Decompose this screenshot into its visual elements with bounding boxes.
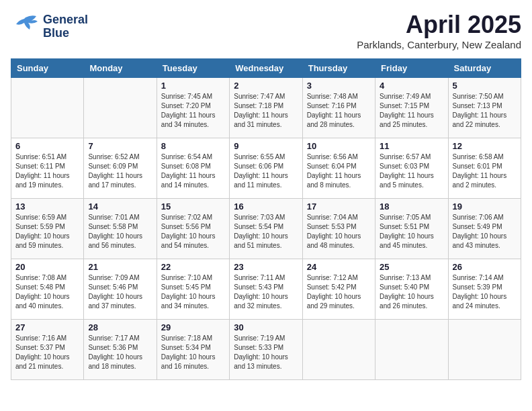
day-header-sunday: Sunday xyxy=(11,59,84,78)
day-info: Sunrise: 7:45 AM Sunset: 7:20 PM Dayligh… xyxy=(161,92,225,130)
day-info: Sunrise: 7:10 AM Sunset: 5:45 PM Dayligh… xyxy=(161,273,225,311)
calendar-week-row: 6Sunrise: 6:51 AM Sunset: 6:11 PM Daylig… xyxy=(11,138,521,199)
day-header-monday: Monday xyxy=(84,59,157,78)
day-info: Sunrise: 7:09 AM Sunset: 5:46 PM Dayligh… xyxy=(88,273,152,311)
calendar-week-row: 20Sunrise: 7:08 AM Sunset: 5:48 PM Dayli… xyxy=(11,259,521,320)
calendar-day-10: 10Sunrise: 6:56 AM Sunset: 6:04 PM Dayli… xyxy=(302,138,375,199)
location: Parklands, Canterbury, New Zealand xyxy=(357,39,521,50)
day-info: Sunrise: 7:12 AM Sunset: 5:42 PM Dayligh… xyxy=(307,273,371,311)
day-number: 21 xyxy=(88,262,152,272)
day-header-wednesday: Wednesday xyxy=(230,59,302,78)
day-info: Sunrise: 7:04 AM Sunset: 5:53 PM Dayligh… xyxy=(307,213,371,250)
day-info: Sunrise: 7:18 AM Sunset: 5:34 PM Dayligh… xyxy=(161,334,225,371)
calendar-day-20: 20Sunrise: 7:08 AM Sunset: 5:48 PM Dayli… xyxy=(11,259,84,320)
day-number: 14 xyxy=(88,201,152,212)
day-header-tuesday: Tuesday xyxy=(157,59,229,78)
day-number: 2 xyxy=(234,81,298,91)
title-block: April 2025 Parklands, Canterbury, New Ze… xyxy=(357,11,521,50)
calendar-day-2: 2Sunrise: 7:47 AM Sunset: 7:18 PM Daylig… xyxy=(230,78,302,138)
calendar-day-25: 25Sunrise: 7:13 AM Sunset: 5:40 PM Dayli… xyxy=(375,259,448,320)
calendar-day-8: 8Sunrise: 6:54 AM Sunset: 6:08 PM Daylig… xyxy=(157,138,229,199)
calendar-day-9: 9Sunrise: 6:55 AM Sunset: 6:06 PM Daylig… xyxy=(230,138,302,199)
day-number: 26 xyxy=(453,262,517,272)
day-info: Sunrise: 7:03 AM Sunset: 5:54 PM Dayligh… xyxy=(234,213,298,250)
calendar-day-empty xyxy=(84,78,157,138)
calendar-table: SundayMondayTuesdayWednesdayThursdayFrid… xyxy=(11,58,521,380)
day-number: 12 xyxy=(453,141,517,151)
calendar-header-row: SundayMondayTuesdayWednesdayThursdayFrid… xyxy=(11,59,521,78)
day-info: Sunrise: 7:16 AM Sunset: 5:37 PM Dayligh… xyxy=(15,334,79,371)
day-info: Sunrise: 7:50 AM Sunset: 7:13 PM Dayligh… xyxy=(453,92,517,130)
day-number: 28 xyxy=(88,322,152,332)
day-number: 18 xyxy=(380,201,443,212)
day-info: Sunrise: 6:52 AM Sunset: 6:09 PM Dayligh… xyxy=(88,152,152,190)
logo-icon xyxy=(11,11,40,40)
day-info: Sunrise: 7:49 AM Sunset: 7:15 PM Dayligh… xyxy=(380,92,443,130)
calendar-day-empty xyxy=(11,78,84,138)
day-info: Sunrise: 7:48 AM Sunset: 7:16 PM Dayligh… xyxy=(307,92,371,130)
page-header: General Blue April 2025 Parklands, Cante… xyxy=(11,11,521,50)
day-number: 4 xyxy=(380,81,443,91)
day-info: Sunrise: 7:05 AM Sunset: 5:51 PM Dayligh… xyxy=(380,213,443,250)
day-info: Sunrise: 7:01 AM Sunset: 5:58 PM Dayligh… xyxy=(88,213,152,250)
day-number: 9 xyxy=(234,141,298,151)
day-header-thursday: Thursday xyxy=(302,59,375,78)
day-number: 8 xyxy=(161,141,225,151)
calendar-day-6: 6Sunrise: 6:51 AM Sunset: 6:11 PM Daylig… xyxy=(11,138,84,199)
calendar-day-4: 4Sunrise: 7:49 AM Sunset: 7:15 PM Daylig… xyxy=(375,78,448,138)
day-info: Sunrise: 7:02 AM Sunset: 5:56 PM Dayligh… xyxy=(161,213,225,250)
logo-text: General Blue xyxy=(43,13,88,40)
calendar-day-26: 26Sunrise: 7:14 AM Sunset: 5:39 PM Dayli… xyxy=(448,259,521,320)
calendar-day-21: 21Sunrise: 7:09 AM Sunset: 5:46 PM Dayli… xyxy=(84,259,157,320)
calendar-day-29: 29Sunrise: 7:18 AM Sunset: 5:34 PM Dayli… xyxy=(157,320,229,380)
day-info: Sunrise: 6:58 AM Sunset: 6:01 PM Dayligh… xyxy=(453,152,517,190)
logo: General Blue xyxy=(11,11,88,43)
calendar-day-empty xyxy=(302,320,375,380)
calendar-day-18: 18Sunrise: 7:05 AM Sunset: 5:51 PM Dayli… xyxy=(375,199,448,259)
day-info: Sunrise: 6:55 AM Sunset: 6:06 PM Dayligh… xyxy=(234,152,298,190)
calendar-day-7: 7Sunrise: 6:52 AM Sunset: 6:09 PM Daylig… xyxy=(84,138,157,199)
day-number: 13 xyxy=(15,201,79,212)
calendar-day-16: 16Sunrise: 7:03 AM Sunset: 5:54 PM Dayli… xyxy=(230,199,302,259)
day-info: Sunrise: 6:51 AM Sunset: 6:11 PM Dayligh… xyxy=(15,152,79,190)
day-info: Sunrise: 6:59 AM Sunset: 5:59 PM Dayligh… xyxy=(15,213,79,250)
day-info: Sunrise: 7:19 AM Sunset: 5:33 PM Dayligh… xyxy=(234,334,298,371)
day-info: Sunrise: 7:06 AM Sunset: 5:49 PM Dayligh… xyxy=(453,213,517,250)
month-title: April 2025 xyxy=(357,11,521,39)
calendar-day-empty xyxy=(375,320,448,380)
day-info: Sunrise: 6:54 AM Sunset: 6:08 PM Dayligh… xyxy=(161,152,225,190)
day-number: 6 xyxy=(15,141,79,151)
day-number: 17 xyxy=(307,201,371,212)
day-number: 7 xyxy=(88,141,152,151)
calendar-day-19: 19Sunrise: 7:06 AM Sunset: 5:49 PM Dayli… xyxy=(448,199,521,259)
calendar-day-5: 5Sunrise: 7:50 AM Sunset: 7:13 PM Daylig… xyxy=(448,78,521,138)
day-header-friday: Friday xyxy=(375,59,448,78)
calendar-day-15: 15Sunrise: 7:02 AM Sunset: 5:56 PM Dayli… xyxy=(157,199,229,259)
day-number: 11 xyxy=(380,141,443,151)
calendar-week-row: 13Sunrise: 6:59 AM Sunset: 5:59 PM Dayli… xyxy=(11,199,521,259)
day-number: 5 xyxy=(453,81,517,91)
calendar-day-12: 12Sunrise: 6:58 AM Sunset: 6:01 PM Dayli… xyxy=(448,138,521,199)
calendar-day-3: 3Sunrise: 7:48 AM Sunset: 7:16 PM Daylig… xyxy=(302,78,375,138)
day-info: Sunrise: 7:11 AM Sunset: 5:43 PM Dayligh… xyxy=(234,273,298,311)
calendar-day-30: 30Sunrise: 7:19 AM Sunset: 5:33 PM Dayli… xyxy=(230,320,302,380)
day-info: Sunrise: 7:14 AM Sunset: 5:39 PM Dayligh… xyxy=(453,273,517,311)
day-number: 15 xyxy=(161,201,225,212)
day-number: 23 xyxy=(234,262,298,272)
day-number: 27 xyxy=(15,322,79,332)
calendar-day-22: 22Sunrise: 7:10 AM Sunset: 5:45 PM Dayli… xyxy=(157,259,229,320)
day-number: 30 xyxy=(234,322,298,332)
calendar-day-11: 11Sunrise: 6:57 AM Sunset: 6:03 PM Dayli… xyxy=(375,138,448,199)
calendar-day-1: 1Sunrise: 7:45 AM Sunset: 7:20 PM Daylig… xyxy=(157,78,229,138)
day-number: 3 xyxy=(307,81,371,91)
day-info: Sunrise: 7:47 AM Sunset: 7:18 PM Dayligh… xyxy=(234,92,298,130)
calendar-day-13: 13Sunrise: 6:59 AM Sunset: 5:59 PM Dayli… xyxy=(11,199,84,259)
day-info: Sunrise: 7:08 AM Sunset: 5:48 PM Dayligh… xyxy=(15,273,79,311)
day-info: Sunrise: 6:56 AM Sunset: 6:04 PM Dayligh… xyxy=(307,152,371,190)
calendar-day-17: 17Sunrise: 7:04 AM Sunset: 5:53 PM Dayli… xyxy=(302,199,375,259)
calendar-day-23: 23Sunrise: 7:11 AM Sunset: 5:43 PM Dayli… xyxy=(230,259,302,320)
day-number: 20 xyxy=(15,262,79,272)
calendar-day-24: 24Sunrise: 7:12 AM Sunset: 5:42 PM Dayli… xyxy=(302,259,375,320)
calendar-day-empty xyxy=(448,320,521,380)
day-number: 10 xyxy=(307,141,371,151)
